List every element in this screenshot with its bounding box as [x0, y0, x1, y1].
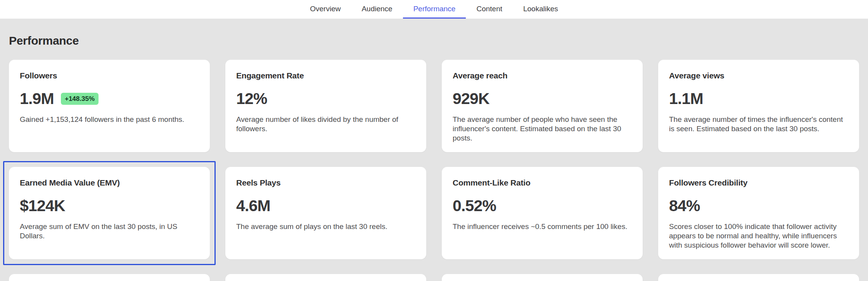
metric-description: The influencer receives ~0.5 comments pe… [453, 222, 632, 231]
metric-card[interactable]: Followers 1.9M +148.35% Gained +1,153,12… [9, 60, 210, 152]
metric-title: Reels Plays [236, 179, 415, 187]
metric-card[interactable]: Average comments [9, 274, 210, 281]
metric-card[interactable]: Engagement Rate 12% Average number of li… [225, 60, 426, 152]
metric-card[interactable]: Paid post performance [658, 274, 859, 281]
page-title: Performance [9, 34, 859, 47]
metric-description: The average number of people who have se… [453, 115, 632, 143]
metric-card[interactable]: Followers Credibility 84% Scores closer … [658, 167, 859, 259]
metric-card[interactable]: Average shares [442, 274, 643, 281]
metric-description: Average number of likes divided by the n… [236, 115, 415, 134]
metric-title: Followers [20, 71, 199, 80]
tab-label: Lookalikes [523, 5, 558, 13]
metric-card-grid: Followers 1.9M +148.35% Gained +1,153,12… [0, 60, 868, 281]
tab-label: Overview [310, 5, 341, 13]
tab-overview[interactable]: Overview [299, 0, 351, 19]
metric-value: 4.6M [236, 198, 270, 213]
top-tab-bar: Overview Audience Performance Content Lo… [0, 0, 868, 19]
metric-value: 1.9M [20, 91, 54, 106]
tab-label: Audience [361, 5, 392, 13]
metric-value: 84% [669, 198, 700, 213]
metric-card[interactable]: Average reach 929K The average number of… [442, 60, 643, 152]
metric-description: Gained +1,153,124 followers in the past … [20, 115, 199, 124]
tab-performance[interactable]: Performance [403, 0, 466, 19]
metric-value-row: 1.1M [669, 91, 848, 106]
metric-card[interactable]: Comment-Like Ratio 0.52% The influencer … [442, 167, 643, 259]
metric-value: $124K [20, 198, 65, 213]
metric-value-row: 4.6M [236, 198, 415, 213]
metric-title: Engagement Rate [236, 71, 415, 80]
metric-value: 929K [453, 91, 489, 106]
metric-description: The average number of times the influenc… [669, 115, 848, 134]
metric-title: Average views [669, 71, 848, 80]
metric-card[interactable]: Reels Plays 4.6M The average sum of play… [225, 167, 426, 259]
performance-section: Performance Followers 1.9M +148.35% Gain… [0, 34, 868, 281]
metric-description: The average sum of plays on the last 30 … [236, 222, 415, 231]
metric-value-row: 84% [669, 198, 848, 213]
metric-value: 12% [236, 91, 267, 106]
tab-label: Content [476, 5, 502, 13]
growth-badge: +148.35% [61, 93, 99, 105]
metric-title: Followers Credibility [669, 179, 848, 187]
tab-lookalikes[interactable]: Lookalikes [513, 0, 569, 19]
metric-title: Earned Media Value (EMV) [20, 179, 199, 187]
metric-description: Scores closer to 100% indicate that foll… [669, 222, 848, 250]
tab-content[interactable]: Content [466, 0, 513, 19]
metric-title: Average reach [453, 71, 632, 80]
metric-card[interactable]: Average likes [225, 274, 426, 281]
metric-card[interactable]: Average views 1.1M The average number of… [658, 60, 859, 152]
tab-bar: Overview Audience Performance Content Lo… [299, 0, 569, 19]
metric-value-row: 0.52% [453, 198, 632, 213]
metric-description: Average sum of EMV on the last 30 posts,… [20, 222, 199, 241]
metric-value-row: $124K [20, 198, 199, 213]
metric-value-row: 929K [453, 91, 632, 106]
metric-title: Comment-Like Ratio [453, 179, 632, 187]
metric-value: 1.1M [669, 91, 703, 106]
metric-value-row: 1.9M +148.35% [20, 91, 199, 106]
metric-card[interactable]: Earned Media Value (EMV) $124K Average s… [9, 167, 210, 259]
tab-label: Performance [413, 5, 456, 13]
tab-audience[interactable]: Audience [351, 0, 403, 19]
metric-value: 0.52% [453, 198, 496, 213]
metric-value-row: 12% [236, 91, 415, 106]
